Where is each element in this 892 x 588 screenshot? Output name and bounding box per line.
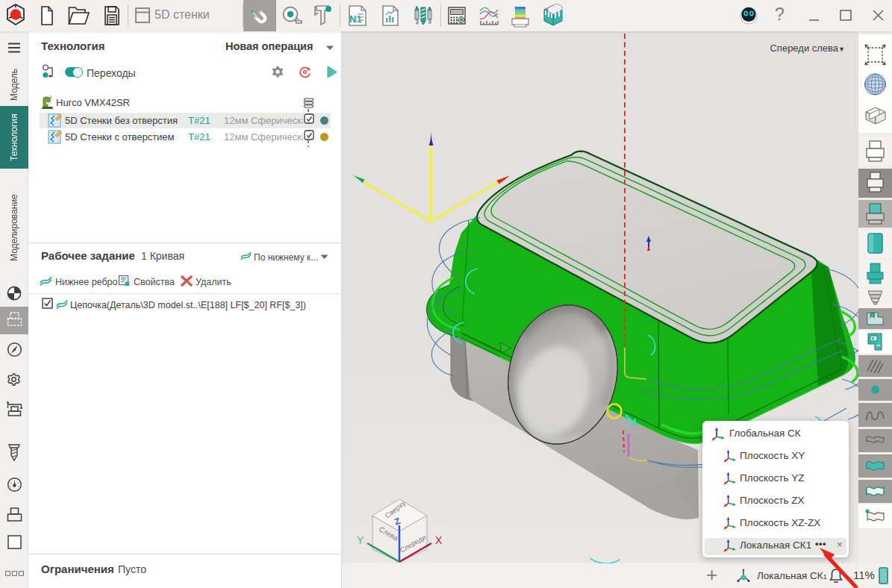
svg-text:X: X [435,534,443,546]
svg-text:N1: N1 [349,13,362,25]
svg-text:Y: Y [357,534,364,546]
